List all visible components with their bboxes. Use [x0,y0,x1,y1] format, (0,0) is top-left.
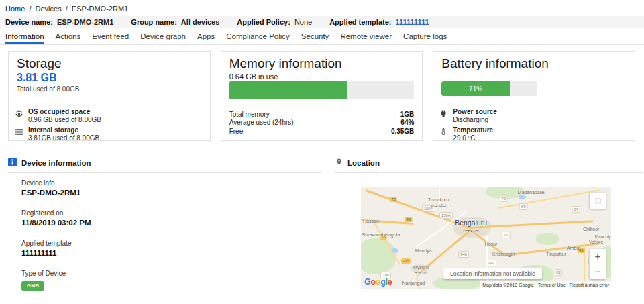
map-city-label: Hosur [485,242,498,247]
tab-capture-logs[interactable]: Capture logs [403,32,447,44]
report-map-error-link[interactable]: Report a map error [570,283,609,287]
zoom-in-button[interactable]: + [590,249,606,264]
divider [8,172,321,173]
road-shield: 150A [439,212,453,219]
memory-card: Memory information 0.64 GB in use Total … [221,51,423,141]
device-information-header: Device information [8,158,321,168]
map-city-label: Krishnagiri [492,252,515,257]
os-storage-label: OS occupied space [28,108,101,116]
applied-template-field: Applied template 111111111 [21,240,321,258]
divider [335,172,643,173]
power-source-label: Power source [453,108,497,116]
map-green-area [536,233,559,245]
tab-device-graph[interactable]: Device graph [140,32,186,44]
memory-usage-text: 0.64 GB in use [229,72,278,81]
field-label: Registered on [21,209,321,217]
road-shield: 87 [572,206,580,213]
road-shield: 948 [458,251,469,258]
map-city-label: Bengaluruಬೆಂಗಳೂರು [455,219,487,234]
location-pin-icon [335,157,343,169]
map-city-label: Hassan [363,219,379,224]
tab-actions[interactable]: Actions [56,32,81,44]
os-storage-text: OS occupied space 0.96 GB used of 8.00GB [28,108,101,124]
battery-card: Battery information 71% Power source Dis… [433,51,635,141]
breadcrumb-current: ESP-DMO-2RM1 [72,5,128,13]
map-city-label: Nanjangud [402,281,425,286]
applied-template-label: Applied template: [329,18,391,26]
map-city-label: Vellore [589,240,603,245]
total-memory-label: Total memory [229,111,270,119]
map-city-label: Tirupattur [546,252,566,257]
tab-remote-viewer[interactable]: Remote viewer [340,32,392,44]
fullscreen-button[interactable] [590,193,606,209]
location-title: Location [347,159,380,167]
field-label: Type of Device [21,270,321,278]
tab-bar: Information Actions Event feed Device gr… [0,32,644,45]
type-of-device-field: Type of Device GMS [21,270,321,291]
terms-of-use-link[interactable]: Terms of Use [538,283,566,287]
device-dashboard-page: Home / Devices / ESP-DMO-2RM1 Device nam… [0,0,644,304]
road-shield: 73 [499,195,508,202]
storage-card: Storage 3.81 GB Total used of 8.00GB OS … [8,51,211,141]
battery-card-title: Battery information [441,56,548,71]
free-memory-value: 0.35GB [391,128,414,136]
total-memory-value: 1GB [400,111,415,119]
battery-progress-fill: 71% [441,81,510,96]
bottom-section: Device information Device info ESP-DMO-2… [0,154,644,304]
memory-progress-bar [229,81,415,99]
tab-event-feed[interactable]: Event feed [92,32,129,44]
power-source-text: Power source Discharging [453,108,497,124]
map-road [366,189,470,229]
device-name-value: ESP-DMO-2RM1 [57,18,113,26]
field-value: 11/8/2019 03:02 PM [21,218,321,228]
group-name-label: Group name: [131,18,176,26]
road-shield: 77 [502,232,511,238]
tab-information[interactable]: Information [5,32,44,44]
zoom-out-button[interactable]: − [590,264,606,279]
applied-policy-group: Applied Policy: None [237,18,312,26]
storage-card-title: Storage [17,56,62,71]
tab-apps[interactable]: Apps [197,32,215,44]
free-memory-label: Free [229,128,244,136]
device-name-label: Device name: [5,18,53,26]
tab-security[interactable]: Security [301,32,329,44]
average-used-value: 64% [400,119,414,127]
internal-storage-text: Internal storage 3.81GB used of 8.00GB [28,126,99,142]
field-label: Applied template [21,240,321,248]
group-name-link[interactable]: All devices [181,18,219,26]
internal-storage-row: Internal storage 3.81GB used of 8.00GB [14,123,205,142]
road-shield: 69 [519,203,528,210]
map-city-label: Chittoor [583,227,600,232]
device-information-section: Device information Device info ESP-DMO-2… [8,158,321,302]
field-value: 111111111 [21,248,321,258]
map-city-label: Tumakuruತುಮಕೂರು [428,197,449,208]
map-data-credit: Map data ©2019 Google [482,283,533,287]
storage-used-value: 3.81 GB [17,72,57,84]
device-info-field: Device info ESP-DMO-2RM1 [21,179,321,198]
location-header: Location [335,158,643,168]
memory-stat-row: Total memory 1GB [229,111,415,119]
internal-storage-detail: 3.81GB used of 8.00GB [28,134,99,142]
memory-stats: Total memory 1GB Average used (24hrs) 64… [229,111,415,136]
memory-stat-row: Free 0.35GB [229,128,415,136]
info-icon [8,157,17,169]
breadcrumb-devices[interactable]: Devices [36,5,62,13]
road-shield: 292 [486,260,496,266]
thermometer-icon [439,126,448,136]
map-city-label: Kanchipuram [595,234,611,240]
applied-template-link[interactable]: 111111111 [396,18,429,26]
memory-card-title: Memory information [229,56,342,71]
breadcrumb-separator: / [66,5,68,13]
device-name-group: Device name: ESP-DMO-2RM1 [5,18,113,26]
os-storage-row: OS occupied space 0.96 GB used of 8.00GB [14,105,205,124]
field-label: Device info [21,179,321,187]
road-shield: 48 [405,217,413,222]
map-canvas[interactable]: 75150A7369874875779482922757664682716150… [361,187,611,289]
average-used-label: Average used (24hrs) [229,119,294,127]
power-source-row: Power source Discharging [439,105,629,124]
location-notice: Location information not available [443,268,542,279]
breadcrumb-home[interactable]: Home [5,5,25,13]
map-city-label: Mandya [415,248,432,254]
tab-compliance-policy[interactable]: Compliance Policy [226,32,290,44]
temperature-text: Temperature 29.0 ºC [453,126,493,142]
